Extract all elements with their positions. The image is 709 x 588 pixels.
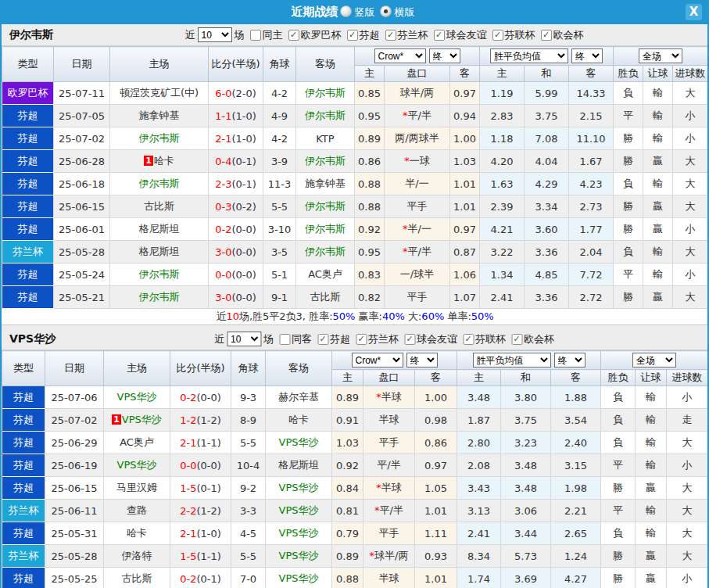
- score-cell: 2-1(1-0): [170, 522, 231, 545]
- goals-result-cell: 大: [667, 545, 708, 568]
- same-venue-checkbox[interactable]: [250, 30, 261, 41]
- score-cell: 0-0(0-0): [209, 264, 263, 286]
- column-header: 日期: [54, 47, 110, 82]
- away-team-name: VPS华沙: [279, 527, 319, 539]
- league-filter-checkbox[interactable]: [511, 334, 522, 345]
- handicap-result-cell: 輸: [636, 432, 667, 454]
- match-row: 芬超25-06-15古比斯0-3(0-2)5-5伊尔韦斯0.88平手1.012.…: [2, 195, 708, 218]
- filter-controls: 近10场同客芬超芬兰杯球会友谊芬联杯欧会杯: [214, 332, 554, 346]
- away-team: 赫尔辛基: [266, 386, 332, 409]
- league-filter-checkbox[interactable]: [385, 30, 396, 41]
- league-filter-checkbox[interactable]: [463, 334, 474, 345]
- avg-away-odds: 11.10: [569, 127, 614, 150]
- halftime-score: (1-0): [231, 133, 256, 145]
- halftime-score: (0-1): [196, 573, 220, 585]
- radio-horizontal-layout[interactable]: [380, 5, 392, 17]
- crown-home-odds: 0.89: [355, 127, 385, 150]
- result-cell: 負: [601, 409, 636, 432]
- match-count-select[interactable]: 10: [198, 27, 232, 42]
- same-venue-label: 同主: [263, 28, 283, 42]
- fulltime-score: 1-1: [215, 110, 231, 122]
- same-venue-checkbox[interactable]: [279, 334, 290, 345]
- match-row: 芬超25-06-281哈卡0-4(0-1)3-9伊尔韦斯0.86*一球1.034…: [2, 150, 708, 173]
- league-badge: 欧罗巴杯: [2, 82, 54, 105]
- league-filter-checkbox[interactable]: [347, 30, 358, 41]
- odds-stage-select[interactable]: 终: [406, 353, 438, 368]
- handicap-text: 球半/两: [400, 87, 434, 99]
- avg-away-odds: 2.73: [569, 195, 614, 218]
- home-team-name: 伊尔韦斯: [139, 268, 180, 280]
- league-filter-checkbox[interactable]: [541, 30, 552, 41]
- league-filter-checkbox[interactable]: [434, 30, 445, 41]
- avg-away-odds: 2.21: [551, 500, 601, 522]
- crown-away-odds: 1.00: [450, 127, 480, 150]
- fulltime-score: 3-0: [215, 246, 231, 258]
- handicap-cell: *球半/两: [363, 545, 415, 568]
- handicap-cell: 一/球半: [385, 264, 450, 286]
- match-date: 25-07-11: [54, 82, 110, 105]
- section-header-bar: VPS华沙近10场同客芬超芬兰杯球会友谊芬联杯欧会杯: [2, 328, 707, 350]
- scope-select[interactable]: 全场: [632, 353, 676, 368]
- corners-cell: 9-2: [231, 477, 266, 500]
- home-team: 格尼斯坦: [110, 241, 209, 264]
- column-header: 比分(半场): [170, 351, 231, 386]
- column-header: 主场: [104, 351, 170, 386]
- league-badge: 芬超: [2, 286, 54, 309]
- result-cell: 負: [614, 173, 643, 195]
- crown-home-odds: 0.91: [332, 409, 363, 432]
- match-row: 芬超25-06-19VPS华沙0-0(0-0)10-4格尼斯坦0.92平/半0.…: [2, 454, 708, 477]
- close-icon[interactable]: X: [686, 4, 702, 20]
- avg-home-odds: 1.74: [457, 568, 501, 588]
- league-filter-label: 芬联杯: [505, 28, 535, 42]
- sub-column-header: 让球: [643, 66, 673, 82]
- home-team: 施拿钟基: [110, 105, 209, 127]
- away-team: 伊尔韦斯: [296, 105, 355, 127]
- crown-away-odds: 0.97: [450, 218, 480, 241]
- summary-segment: 50%: [333, 310, 356, 322]
- score-cell: 3-0(0-0): [209, 286, 263, 309]
- handicap-cell: *平/半: [385, 241, 450, 264]
- avg-away-odds: 14.33: [569, 82, 614, 105]
- corners-cell: 4-2: [263, 82, 296, 105]
- handicap-cell: *半/一: [385, 218, 450, 241]
- home-team-name: VPS华沙: [117, 391, 157, 403]
- avg-draw-odds: 3.60: [525, 218, 569, 241]
- league-filter-checkbox[interactable]: [404, 334, 415, 345]
- avg-home-odds: 2.80: [457, 432, 501, 454]
- fulltime-score: 1-5: [180, 482, 196, 494]
- odds-company-select[interactable]: Crow*: [352, 353, 403, 368]
- avg-select[interactable]: 胜平负均值: [473, 353, 551, 368]
- league-filter-checkbox[interactable]: [356, 334, 367, 345]
- league-filter-checkbox[interactable]: [492, 30, 503, 41]
- avg-stage-select[interactable]: 终: [554, 353, 585, 368]
- avg-draw-odds: 4.04: [525, 150, 569, 173]
- corners-cell: 5-5: [231, 432, 266, 454]
- score-cell: 1-5(0-1): [170, 477, 231, 500]
- match-date: 25-07-06: [45, 386, 104, 409]
- crown-away-odds: 1.11: [415, 522, 457, 545]
- avg-away-odds: 4.27: [551, 568, 601, 588]
- odds-stage-select[interactable]: 终: [429, 48, 460, 63]
- handicap-cell: 平手: [385, 195, 450, 218]
- league-filter-label: 芬联杯: [475, 332, 506, 346]
- radio-vertical-layout[interactable]: [340, 5, 352, 17]
- league-filter-checkbox[interactable]: [288, 30, 299, 41]
- match-date: 25-06-01: [54, 218, 110, 241]
- fulltime-score: 2-3: [215, 178, 231, 190]
- scope-select[interactable]: 全场: [639, 48, 682, 63]
- crown-away-odds: 0.87: [450, 241, 480, 264]
- recent-label: 近: [214, 332, 224, 346]
- match-row: 芬超25-06-18伊尔韦斯2-3(0-1)11-3施拿钟基0.88半/一1.0…: [2, 173, 708, 195]
- sub-column-header: 进球数: [667, 370, 708, 386]
- league-filter-checkbox[interactable]: [317, 334, 328, 345]
- match-row: 芬兰杯25-06-11查路2-2(1-2)3-3VPS华沙0.81*平/半1.0…: [2, 500, 708, 522]
- match-count-select[interactable]: 10: [227, 332, 261, 346]
- result-cell: 平: [601, 454, 636, 477]
- avg-draw-odds: 3.44: [501, 522, 551, 545]
- handicap-cell: 两/两球半: [385, 127, 450, 150]
- summary-segment: 50%: [471, 310, 494, 322]
- avg-select[interactable]: 胜平负均值: [490, 48, 568, 63]
- away-team: VPS华沙: [266, 568, 332, 588]
- avg-stage-select[interactable]: 终: [571, 48, 603, 63]
- odds-company-select[interactable]: Crow*: [374, 48, 426, 63]
